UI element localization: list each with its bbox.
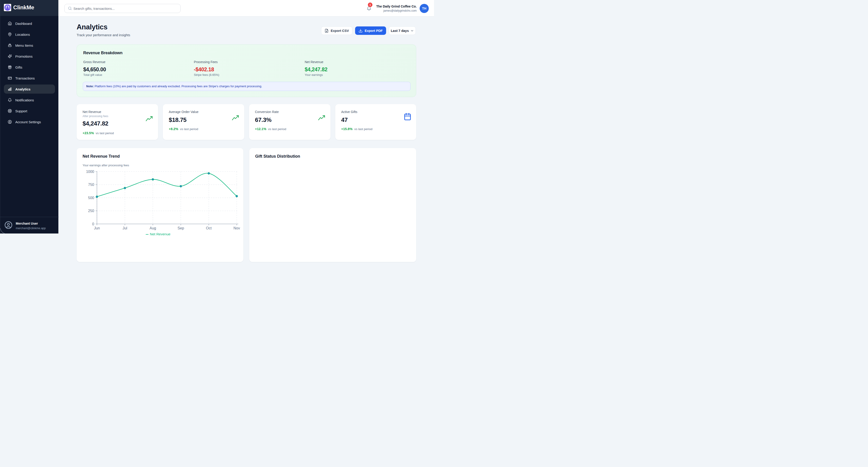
svg-text:750: 750 — [88, 183, 94, 187]
svg-text:Nov: Nov — [234, 226, 240, 230]
svg-text:Jun: Jun — [94, 226, 100, 230]
svg-text:1000: 1000 — [86, 170, 94, 174]
svg-text:Sep: Sep — [178, 226, 184, 230]
svg-text:Aug: Aug — [150, 226, 156, 230]
svg-text:250: 250 — [88, 209, 94, 213]
svg-text:Net Revenue: Net Revenue — [150, 232, 170, 234]
svg-text:0: 0 — [92, 222, 94, 226]
svg-text:500: 500 — [88, 196, 94, 200]
svg-text:Jul: Jul — [122, 226, 127, 230]
svg-text:Oct: Oct — [206, 226, 212, 230]
